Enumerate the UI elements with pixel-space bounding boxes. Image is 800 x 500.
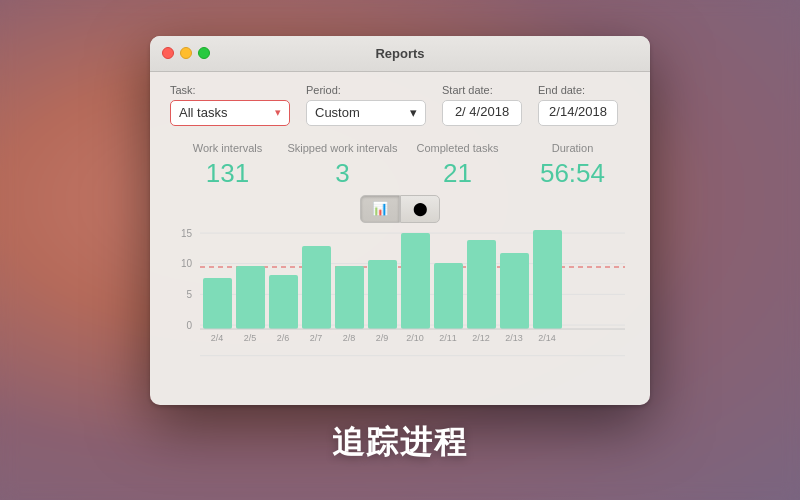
stat-value: 3 <box>335 158 349 189</box>
task-arrow-icon: ▾ <box>275 106 281 119</box>
svg-text:2/12: 2/12 <box>472 333 490 343</box>
stat-label: Duration <box>552 142 594 154</box>
end-date-label: End date: <box>538 84 618 96</box>
close-button[interactable] <box>162 47 174 59</box>
bar-2-8 <box>335 266 364 329</box>
pie-chart-icon: ⬤ <box>413 201 428 216</box>
svg-text:2/9: 2/9 <box>376 333 389 343</box>
stat-item: Skipped work intervals 3 <box>285 142 400 189</box>
period-label: Period: <box>306 84 426 96</box>
stat-value: 56:54 <box>540 158 605 189</box>
task-label: Task: <box>170 84 290 96</box>
period-group: Period: Custom ▾ <box>306 84 426 126</box>
task-value: All tasks <box>179 105 227 120</box>
period-value: Custom <box>315 105 360 120</box>
window: Reports Task: All tasks ▾ Period: Custom… <box>150 36 650 405</box>
stat-label: Skipped work intervals <box>287 142 397 154</box>
controls-bar: Task: All tasks ▾ Period: Custom ▾ Start… <box>150 72 650 134</box>
titlebar: Reports <box>150 36 650 72</box>
bar-chart: 15 10 5 0 2/4 2/5 <box>170 223 630 393</box>
stat-label: Completed tasks <box>417 142 499 154</box>
bar-2-4 <box>203 278 232 329</box>
svg-text:2/10: 2/10 <box>406 333 424 343</box>
traffic-lights <box>162 47 210 59</box>
period-arrow-icon: ▾ <box>410 105 417 120</box>
svg-text:2/13: 2/13 <box>505 333 523 343</box>
svg-text:2/5: 2/5 <box>244 333 257 343</box>
svg-text:15: 15 <box>181 228 193 239</box>
start-date-field[interactable]: 2/ 4/2018 <box>442 100 522 126</box>
toggle-row: 📊 ⬤ <box>150 195 650 223</box>
bar-2-11 <box>434 263 463 329</box>
bar-2-14 <box>533 230 562 329</box>
stat-value: 131 <box>206 158 249 189</box>
start-date-value: 2/ 4/2018 <box>455 104 509 119</box>
stat-value: 21 <box>443 158 472 189</box>
bar-2-7 <box>302 246 331 329</box>
svg-text:2/6: 2/6 <box>277 333 290 343</box>
svg-text:2/7: 2/7 <box>310 333 323 343</box>
bar-chart-toggle[interactable]: 📊 <box>360 195 400 223</box>
start-date-label: Start date: <box>442 84 522 96</box>
stat-item: Work intervals 131 <box>170 142 285 189</box>
stat-item: Duration 56:54 <box>515 142 630 189</box>
maximize-button[interactable] <box>198 47 210 59</box>
end-date-field[interactable]: 2/14/2018 <box>538 100 618 126</box>
minimize-button[interactable] <box>180 47 192 59</box>
bar-chart-icon: 📊 <box>372 201 388 216</box>
start-date-group: Start date: 2/ 4/2018 <box>442 84 522 126</box>
bar-2-10 <box>401 233 430 329</box>
svg-text:2/14: 2/14 <box>538 333 556 343</box>
chart-area: 15 10 5 0 2/4 2/5 <box>150 223 650 405</box>
svg-text:2/8: 2/8 <box>343 333 356 343</box>
svg-text:2/4: 2/4 <box>211 333 224 343</box>
period-select[interactable]: Custom ▾ <box>306 100 426 126</box>
bar-2-6 <box>269 275 298 329</box>
bar-2-9 <box>368 260 397 329</box>
pie-chart-toggle[interactable]: ⬤ <box>400 195 440 223</box>
chart-container: 15 10 5 0 2/4 2/5 <box>170 223 630 393</box>
task-select[interactable]: All tasks ▾ <box>170 100 290 126</box>
svg-text:10: 10 <box>181 258 193 269</box>
bar-2-5 <box>236 266 265 329</box>
stat-item: Completed tasks 21 <box>400 142 515 189</box>
svg-text:5: 5 <box>186 289 192 300</box>
svg-text:2/11: 2/11 <box>439 333 457 343</box>
bar-2-12 <box>467 240 496 329</box>
end-date-group: End date: 2/14/2018 <box>538 84 618 126</box>
end-date-value: 2/14/2018 <box>549 104 607 119</box>
window-title: Reports <box>375 46 424 61</box>
task-group: Task: All tasks ▾ <box>170 84 290 126</box>
stats-row: Work intervals 131 Skipped work interval… <box>150 134 650 193</box>
subtitle: 追踪进程 <box>332 421 468 465</box>
stat-label: Work intervals <box>193 142 262 154</box>
svg-text:0: 0 <box>186 320 192 331</box>
bar-2-13 <box>500 253 529 329</box>
main-container: Reports Task: All tasks ▾ Period: Custom… <box>150 36 650 465</box>
